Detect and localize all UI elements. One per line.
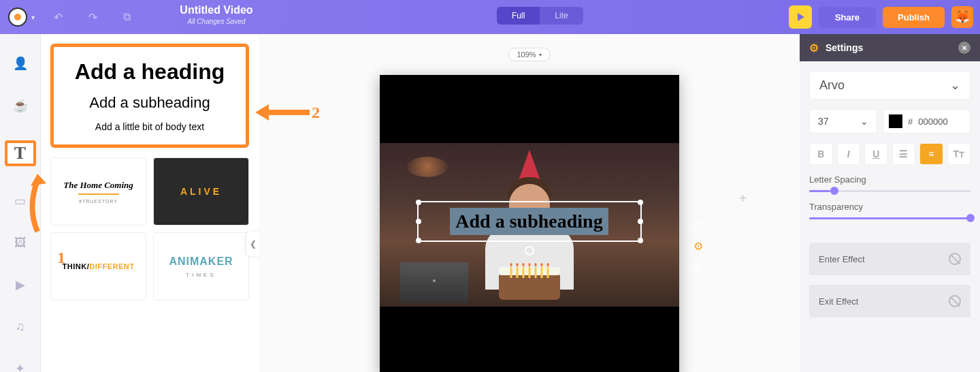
resize-handle-mr[interactable]: [638, 219, 643, 224]
svg-marker-1: [255, 104, 269, 121]
transparency-slider[interactable]: [809, 217, 970, 219]
subheading-template[interactable]: Add a subheading: [61, 94, 239, 112]
transparency-control: Transparency: [809, 202, 970, 219]
body-text-template[interactable]: Add a little bit of body text: [61, 121, 239, 132]
bold-button[interactable]: B: [809, 143, 833, 165]
settings-panel: ⚙ Settings ✕ Arvo ⌄ 37 ⌄ # 000000 B I U …: [800, 34, 980, 372]
effects-icon[interactable]: ✦: [11, 361, 30, 372]
music-icon[interactable]: ♫: [11, 320, 30, 334]
project-title[interactable]: Untitled Video: [148, 4, 284, 16]
user-avatar[interactable]: 🦊: [951, 6, 973, 28]
image-icon[interactable]: 🖼: [11, 236, 30, 250]
letter-spacing-slider[interactable]: [809, 190, 970, 192]
save-status: All Changes Saved: [148, 18, 284, 25]
add-slide-icon[interactable]: +: [739, 191, 747, 206]
resize-handle-tr[interactable]: [638, 200, 643, 205]
props-icon[interactable]: ☕: [11, 98, 30, 113]
zoom-selector[interactable]: 109%: [508, 48, 550, 61]
element-settings-icon[interactable]: ⚙: [690, 238, 706, 254]
resize-handle-ml[interactable]: [416, 219, 421, 224]
copy-icon[interactable]: ⧉: [123, 11, 131, 24]
settings-header: ⚙ Settings ✕: [800, 34, 980, 61]
app-logo-icon: [8, 7, 27, 27]
font-select[interactable]: Arvo ⌄: [809, 71, 970, 99]
swap-icon[interactable]: ⇄: [690, 215, 706, 231]
svg-marker-0: [31, 174, 46, 186]
chevron-down-icon: ⌄: [950, 78, 960, 93]
text-case-button[interactable]: Tᴛ: [947, 143, 971, 165]
video-icon[interactable]: ▶: [11, 277, 30, 292]
rotate-handle[interactable]: [525, 246, 534, 255]
text-templates-hero: Add a heading Add a subheading Add a lit…: [50, 44, 249, 148]
text-preset-alive[interactable]: ALIVE: [153, 157, 249, 226]
play-button[interactable]: [789, 5, 812, 29]
canvas-area: 109% Add a subheading ⇄ ⚙ 🗑 +: [259, 34, 800, 372]
heading-template[interactable]: Add a heading: [61, 59, 239, 84]
undo-icon[interactable]: ↶: [54, 11, 63, 24]
mode-full[interactable]: Full: [497, 7, 540, 25]
chevron-down-icon: ⌄: [860, 116, 868, 127]
text-preset-animaker[interactable]: ANIMAKER TIMES: [153, 232, 249, 300]
close-icon[interactable]: ✕: [958, 42, 970, 54]
selected-text-element[interactable]: Add a subheading: [417, 201, 642, 242]
resize-handle-tl[interactable]: [416, 200, 421, 205]
color-swatch: [889, 114, 902, 128]
slider-thumb[interactable]: [966, 214, 975, 222]
text-preset-home-coming[interactable]: The Home Coming #TRUESTORY: [50, 157, 146, 226]
annotation-arrow-2: [255, 102, 310, 125]
disabled-icon: [949, 253, 961, 265]
disabled-icon: [949, 295, 961, 307]
top-bar: ▾ ↶ ↷ ⧉ Untitled Video All Changes Saved…: [0, 0, 980, 34]
redo-icon[interactable]: ↷: [88, 11, 97, 24]
collapse-panel-icon[interactable]: ❮: [246, 232, 259, 256]
exit-effect-row[interactable]: Exit Effect: [809, 285, 970, 317]
text-tool-icon[interactable]: T: [5, 140, 36, 166]
underline-button[interactable]: U: [864, 143, 888, 165]
font-size-select[interactable]: 37 ⌄: [809, 109, 877, 134]
text-panel: Add a heading Add a subheading Add a lit…: [41, 34, 259, 372]
color-input[interactable]: # 000000: [883, 109, 970, 134]
mode-lite[interactable]: Lite: [540, 7, 583, 25]
text-content[interactable]: Add a subheading: [450, 208, 608, 235]
letter-spacing-control: Letter Spacing: [809, 174, 970, 192]
publish-button[interactable]: Publish: [883, 7, 945, 28]
annotation-number-2: 2: [312, 104, 320, 122]
annotation-number-1: 1: [57, 249, 65, 267]
italic-button[interactable]: I: [837, 143, 861, 165]
character-icon[interactable]: 👤: [11, 56, 30, 71]
share-button[interactable]: Share: [819, 7, 876, 28]
logo-area[interactable]: ▾: [8, 7, 35, 27]
resize-handle-br[interactable]: [638, 238, 643, 243]
resize-handle-bl[interactable]: [416, 238, 421, 243]
settings-title: Settings: [826, 42, 863, 53]
slider-thumb[interactable]: [830, 187, 838, 195]
mode-toggle[interactable]: Full Lite: [497, 7, 583, 25]
enter-effect-row[interactable]: Enter Effect: [809, 243, 970, 275]
align-button[interactable]: ≡: [919, 143, 943, 165]
chevron-down-icon: ▾: [31, 14, 35, 21]
delete-icon[interactable]: 🗑: [690, 261, 706, 277]
annotation-arrow-1: [20, 174, 58, 238]
gear-icon: ⚙: [809, 42, 819, 55]
list-button[interactable]: ☰: [892, 143, 916, 165]
